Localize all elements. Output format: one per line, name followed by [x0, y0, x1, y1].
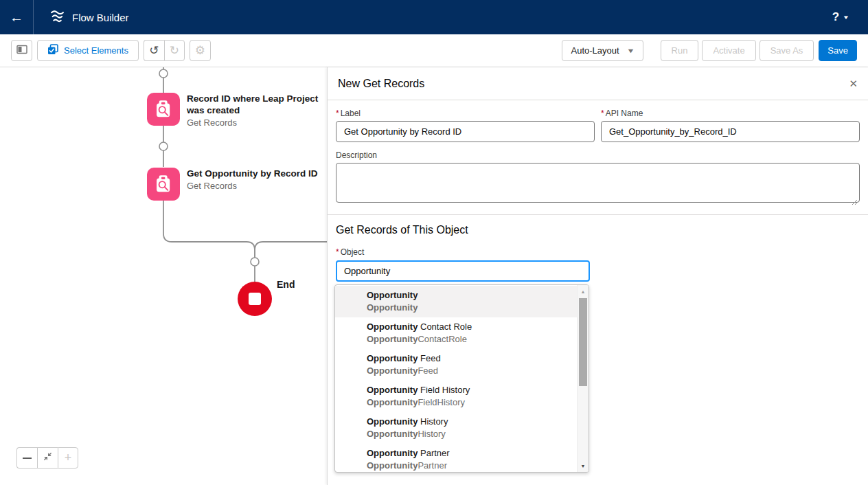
close-icon[interactable]: ✕ — [849, 78, 858, 90]
activate-label: Activate — [713, 45, 744, 56]
dropdown-option-opportunity-feed[interactable]: Opportunity Feed OpportunityFeed — [335, 349, 577, 381]
end-node[interactable] — [238, 282, 272, 316]
section-title: Get Records of This Object — [336, 224, 860, 236]
multi-select-checkbox-icon — [47, 44, 58, 57]
scroll-up-icon[interactable]: ▲ — [578, 286, 589, 297]
chevron-down-icon: ▼ — [843, 14, 849, 21]
object-field-label: *Object — [336, 247, 590, 257]
dropdown-option-opportunity[interactable]: Opportunity Opportunity — [335, 286, 577, 317]
fit-view-icon — [43, 451, 53, 464]
panel-title: New Get Records — [338, 78, 424, 90]
node-subtitle: Get Records — [187, 117, 327, 129]
scrollbar-thumb[interactable] — [579, 298, 587, 386]
panel-header: New Get Records ✕ — [328, 67, 868, 100]
label-field-label: *Label — [336, 109, 595, 118]
run-button[interactable]: Run — [661, 40, 699, 61]
flow-node-get-records-1[interactable]: Record ID where Leap Project was created… — [147, 93, 327, 129]
object-suggestions-dropdown: Opportunity Opportunity Opportunity Cont… — [334, 284, 589, 473]
help-icon: ? — [832, 10, 839, 24]
undo-icon: ↺ — [149, 45, 159, 56]
api-name-field-label: *API Name — [601, 109, 860, 118]
dropdown-scrollbar[interactable]: ▲ ▼ — [577, 285, 589, 472]
brand: Flow Builder — [34, 9, 129, 26]
flow-canvas[interactable]: Record ID where Leap Project was created… — [0, 67, 327, 485]
save-as-button[interactable]: Save As — [760, 40, 814, 61]
dropdown-option-opportunity-field-history[interactable]: Opportunity Field History OpportunityFie… — [335, 381, 577, 412]
object-search-input[interactable] — [336, 260, 590, 282]
select-elements-label: Select Elements — [64, 45, 128, 56]
end-stop-icon — [249, 293, 261, 305]
object-field: *Object Opportunity Opportunity Opportun… — [336, 247, 590, 282]
plus-icon: + — [65, 451, 72, 465]
scroll-down-icon[interactable]: ▼ — [578, 460, 589, 471]
save-as-label: Save As — [770, 45, 803, 56]
redo-icon: ↻ — [170, 45, 179, 56]
dropdown-option-opportunity-history[interactable]: Opportunity History OpportunityHistory — [335, 412, 577, 444]
flow-builder-logo-icon — [50, 9, 65, 26]
node-subtitle: Get Records — [187, 180, 327, 192]
gear-icon: ⚙ — [195, 45, 205, 56]
zoom-out-button[interactable] — [16, 447, 37, 469]
minus-icon — [23, 458, 32, 459]
back-arrow-icon: ← — [10, 10, 23, 25]
flow-settings-button[interactable]: ⚙ — [190, 40, 211, 61]
api-name-input[interactable] — [601, 121, 860, 142]
layout-mode-dropdown[interactable]: Auto-Layout ▼ — [562, 40, 643, 61]
activate-button[interactable]: Activate — [702, 40, 755, 61]
api-name-field: *API Name — [601, 109, 860, 142]
section-divider — [328, 214, 868, 215]
undo-button[interactable]: ↺ — [144, 40, 164, 61]
save-button[interactable]: Save — [819, 40, 857, 61]
canvas-zoom-controls: + — [16, 447, 78, 469]
new-get-records-panel: New Get Records ✕ *Label *API Name Descr… — [327, 67, 868, 485]
chevron-down-icon: ▼ — [626, 47, 635, 54]
description-field-label: Description — [336, 150, 860, 160]
get-records-node-icon[interactable] — [147, 93, 180, 126]
node-title: Get Opportunity by Record ID — [187, 168, 327, 179]
select-elements-button[interactable]: Select Elements — [37, 40, 139, 61]
required-mark: * — [601, 109, 604, 118]
app-header: ← Flow Builder ? ▼ — [0, 0, 868, 34]
panel-toggle-icon — [16, 45, 27, 56]
node-title: Record ID where Leap Project was created — [187, 93, 327, 116]
undo-redo-group: ↺ ↻ — [144, 40, 185, 61]
toggle-left-panel-button[interactable] — [11, 40, 32, 61]
zoom-in-button[interactable]: + — [58, 447, 78, 469]
run-label: Run — [672, 45, 688, 56]
description-field: Description — [336, 150, 860, 205]
dropdown-option-opportunity-partner[interactable]: Opportunity Partner OpportunityPartner — [335, 444, 577, 473]
label-input[interactable] — [336, 121, 595, 142]
help-menu-button[interactable]: ? ▼ — [832, 10, 868, 24]
flow-node-get-records-2[interactable]: Get Opportunity by Record ID Get Records — [147, 168, 327, 201]
save-label: Save — [827, 45, 848, 56]
description-textarea[interactable] — [336, 163, 860, 203]
label-field: *Label — [336, 109, 595, 142]
zoom-to-fit-button[interactable] — [37, 447, 58, 469]
toolbar: Select Elements ↺ ↻ ⚙ Auto-Layout ▼ Run … — [0, 34, 868, 67]
back-button[interactable]: ← — [0, 0, 34, 34]
app-title: Flow Builder — [72, 12, 129, 23]
flow-connectors — [0, 67, 327, 485]
required-mark: * — [336, 247, 339, 257]
redo-button[interactable]: ↻ — [164, 40, 185, 61]
layout-mode-value: Auto-Layout — [571, 45, 619, 56]
required-mark: * — [336, 109, 339, 118]
get-records-node-icon[interactable] — [147, 168, 180, 201]
dropdown-option-opportunity-contact-role[interactable]: Opportunity Contact Role OpportunityCont… — [335, 317, 577, 349]
end-node-label: End — [277, 279, 295, 290]
